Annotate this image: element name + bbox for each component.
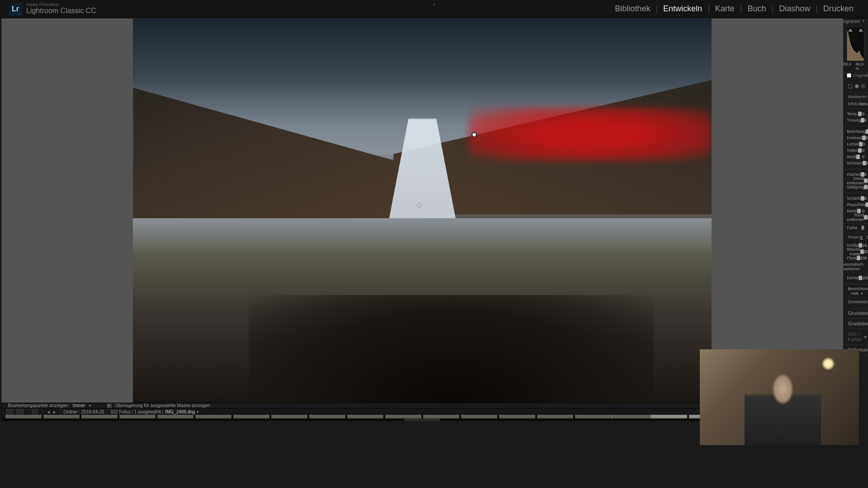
photo-preview[interactable] <box>133 19 712 403</box>
brush-label: Pinsel: <box>848 235 860 239</box>
filmstrip-thumb[interactable] <box>5 415 42 418</box>
filmstrip-thumb[interactable] <box>271 415 308 418</box>
slider-kontrast[interactable]: Kontrast0 <box>847 135 864 141</box>
slider-weichekante[interactable]: Weiche Kante50 <box>847 249 864 255</box>
original-label: Originalfoto <box>853 73 868 78</box>
mask-label: Maskieren: <box>848 94 868 99</box>
slider-dichte[interactable]: Dichte100 <box>847 275 864 281</box>
filmstrip-thumb[interactable] <box>537 415 574 418</box>
second-monitor-icon[interactable] <box>16 408 24 415</box>
nav-fwd-icon[interactable]: ▸ <box>52 409 57 414</box>
filmstrip-thumb[interactable] <box>575 415 612 418</box>
histogram[interactable] <box>847 27 864 61</box>
title-bar: Lr Adobe Photoshop Lightroom Classic CC … <box>0 0 868 18</box>
main-monitor-icon[interactable] <box>6 408 14 415</box>
slider-rauschen[interactable]: Rauschen0 <box>847 202 864 208</box>
panel-section-grundeinstellungen[interactable]: Grundeinstellungen◀ <box>843 308 868 319</box>
effect-label: Effekt: <box>848 102 859 106</box>
spot-tool-icon[interactable]: ◉ <box>854 82 859 90</box>
slider-schrfe[interactable]: Schärfe0 <box>847 195 864 202</box>
brand-vendor: Adobe Photoshop <box>26 3 96 7</box>
slider-wei[interactable]: Weiß0 <box>847 154 864 160</box>
redeye-tool-icon[interactable]: ◎ <box>861 82 865 90</box>
rgb-readout: 82,9 83,9 86,9 % <box>843 61 868 72</box>
reset-button[interactable]: Zurücksetzen <box>848 300 868 306</box>
slider-schwarz[interactable]: Schwarz0 <box>847 160 864 166</box>
original-checkbox[interactable] <box>847 73 851 78</box>
slider-tiefen[interactable]: Tiefen0 <box>847 147 864 154</box>
filmstrip-thumb[interactable] <box>499 415 536 418</box>
module-tab-bibliothek[interactable]: Bibliothek <box>609 4 656 14</box>
slider-temp[interactable]: Temp.0 <box>847 111 864 117</box>
app-logo: Lr <box>9 3 22 15</box>
module-tab-entwickeln[interactable]: Entwickeln <box>658 4 708 14</box>
filmstrip-thumb[interactable] <box>385 415 422 418</box>
color-label: Farbe <box>847 225 861 230</box>
filmstrip-thumb[interactable] <box>347 415 384 418</box>
slider-belichtung[interactable]: Belichtung- 2,27 <box>847 128 864 135</box>
filmstrip-thumb[interactable] <box>423 415 460 418</box>
module-tabs: Bibliothek|Entwickeln|Karte|Buch|Diashow… <box>609 4 859 14</box>
photo-count: 322 Fotos / 1 ausgewählt / <box>110 409 163 414</box>
slider-lichter[interactable]: Lichter0 <box>847 141 864 147</box>
brush-pin-inactive[interactable] <box>417 203 421 207</box>
filmstrip-thumb[interactable] <box>613 415 650 418</box>
filmstrip-thumb[interactable] <box>43 415 80 418</box>
auto-mask-label: Automatisch maskieren <box>843 262 863 271</box>
folder-path[interactable]: Ordner : 2018-04-25 <box>63 409 104 414</box>
module-tab-diashow[interactable]: Diashow <box>774 4 816 14</box>
slider-tnung[interactable]: Tönung0 <box>847 117 864 123</box>
webcam-overlay <box>700 349 859 445</box>
panel-section-gradationskurve[interactable]: Gradationskurve◀ <box>843 319 868 329</box>
module-tab-karte[interactable]: Karte <box>710 4 740 14</box>
filmstrip-thumb[interactable] <box>195 415 232 418</box>
filmstrip-thumb[interactable] <box>461 415 498 418</box>
slider-sttigung[interactable]: Sättigung0 <box>847 184 864 190</box>
brush-pin-active[interactable] <box>472 132 477 137</box>
module-tab-drucken[interactable]: Drucken <box>818 4 859 14</box>
edit-points-label: Bearbeitungspunkte anzeigen: <box>8 403 69 408</box>
brand-product: Lightroom Classic CC <box>26 7 96 15</box>
overlay-checkbox[interactable] <box>107 404 112 408</box>
crop-tool-icon[interactable]: ▢ <box>848 82 853 90</box>
slider-fluss[interactable]: Fluss100 <box>847 255 864 261</box>
color-picker[interactable] <box>861 225 864 230</box>
nav-back-icon[interactable]: ◂ <box>46 409 52 414</box>
grid-view-icon[interactable] <box>32 408 38 415</box>
local-tools: ▢ ◉ ◎ ▭ ◯ ✎ <box>843 79 868 93</box>
histogram-title: Histogramm <box>843 19 860 25</box>
clip-shadows-icon[interactable] <box>848 28 853 32</box>
filmstrip-thumb[interactable] <box>651 415 688 418</box>
slider-dunstentfernen[interactable]: Dunst entfernen0 <box>847 178 864 184</box>
panel-toggle-top-icon[interactable]: ▾ <box>433 2 435 7</box>
filmstrip-thumb[interactable] <box>233 415 270 418</box>
filmstrip-thumb[interactable] <box>157 415 194 418</box>
effect-value[interactable]: Benutzerdefiniert <box>859 102 868 106</box>
filmstrip-thumb[interactable] <box>119 415 156 418</box>
filmstrip-thumb[interactable] <box>81 415 118 418</box>
slider-randentfernen[interactable]: Rand entfernen0 <box>847 214 864 221</box>
brush-tab-b[interactable]: B <box>866 235 868 239</box>
brush-tab-a[interactable]: A <box>860 235 863 239</box>
current-file: IMG_2499.dng <box>165 409 195 414</box>
panel-section-hslfarbe[interactable]: HSL / Farbe◀ <box>843 329 868 345</box>
clip-highlights-icon[interactable] <box>859 28 863 32</box>
overlay-label: Überlagerung für ausgewählte Maske anzei… <box>115 403 210 408</box>
filmstrip-thumb[interactable] <box>309 415 346 418</box>
module-tab-buch[interactable]: Buch <box>742 4 772 14</box>
region-mask-value[interactable]: Aus <box>851 291 859 296</box>
canvas-area[interactable] <box>1 18 843 403</box>
edit-points-mode[interactable]: Immer <box>72 403 85 408</box>
brush-mask-overlay <box>469 107 712 161</box>
